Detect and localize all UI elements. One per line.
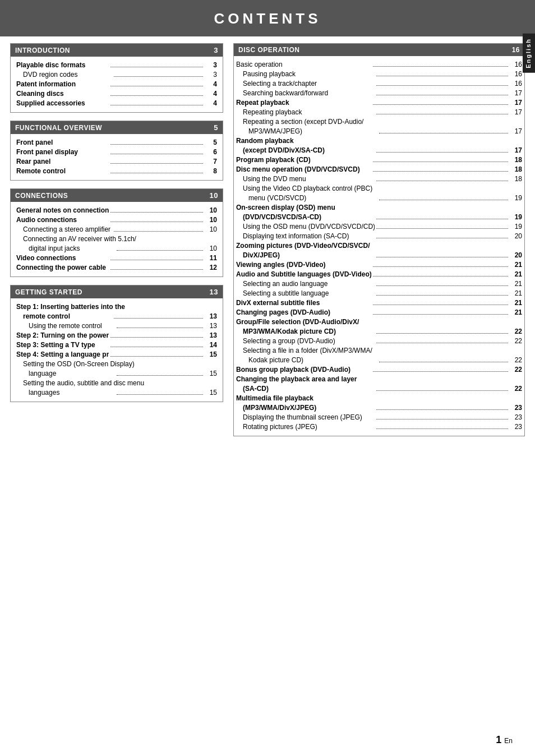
toc-entry: Selecting a track/chapter16 — [236, 79, 522, 88]
toc-page: 3 — [205, 71, 217, 79]
toc-page: 15 — [205, 351, 217, 358]
toc-dots — [110, 337, 203, 338]
toc-dots — [376, 85, 508, 86]
toc-entry: digital input jacks10 — [16, 243, 217, 253]
toc-label: DivX external subtitle files — [236, 299, 371, 307]
toc-entry: Step 4: Setting a language preference15 — [16, 349, 217, 359]
toc-label: MP3/WMA/JPEG) — [236, 127, 377, 135]
toc-dots — [373, 314, 508, 315]
toc-label: Supplied accessories — [16, 99, 109, 107]
toc-entry: Pausing playback16 — [236, 69, 522, 79]
right-section-body: Basic operation16Pausing playback16Selec… — [234, 56, 524, 436]
toc-label: Selecting a group (DVD-Audio) — [236, 337, 375, 345]
toc-label: Using the Video CD playback control (PBC… — [236, 185, 522, 192]
toc-dots — [376, 238, 508, 238]
toc-dots — [110, 347, 203, 347]
toc-page: 17 — [510, 127, 522, 135]
section-block-functional: FUNCTIONAL OVERVIEW5Front panel5Front pa… — [10, 121, 223, 181]
toc-entry: Selecting a group (DVD-Audio)22 — [236, 336, 522, 345]
toc-page: 21 — [510, 280, 522, 288]
toc-entry: remote control13 — [16, 311, 217, 321]
toc-entry: Connecting an AV receiver with 5.1ch/ — [16, 234, 217, 243]
toc-page: 16 — [510, 61, 522, 68]
toc-dots — [376, 181, 508, 181]
toc-page: 15 — [205, 389, 217, 397]
toc-dots — [110, 173, 203, 173]
toc-label: Using the OSD menu (DVD/VCD/SVCD/CD) — [236, 223, 375, 231]
toc-dots — [376, 419, 508, 420]
toc-entry: MP3/WMA/JPEG)17 — [236, 126, 522, 136]
toc-label: Group/File selection (DVD-Audio/DivX/ — [236, 318, 522, 326]
toc-dots — [114, 76, 203, 77]
toc-entry: Front panel5 — [16, 137, 217, 147]
toc-entry: Selecting a file in a folder (DivX/MP3/W… — [236, 345, 522, 355]
section-body: Step 1: Inserting batteries into theremo… — [11, 298, 223, 402]
toc-entry: Random playback — [236, 136, 522, 145]
toc-dots — [376, 390, 508, 391]
toc-label: Viewing angles (DVD-Video) — [236, 261, 371, 269]
toc-label: Audio connections — [16, 216, 109, 224]
toc-dots — [373, 266, 508, 267]
toc-label: Connecting a stereo amplifier — [16, 225, 112, 233]
toc-page: 10 — [205, 206, 217, 214]
toc-dots — [110, 67, 203, 67]
toc-entry: Rotating pictures (JPEG)23 — [236, 422, 522, 431]
toc-dots — [110, 105, 203, 105]
toc-page: 21 — [510, 289, 522, 297]
toc-dots — [117, 328, 203, 328]
toc-label: (except DVD/DivX/SA-CD) — [236, 146, 375, 154]
toc-entry: Using the Video CD playback control (PBC… — [236, 183, 522, 193]
toc-page: 17 — [510, 108, 522, 116]
toc-entry: Using the DVD menu18 — [236, 174, 522, 183]
toc-page: 22 — [510, 366, 522, 374]
toc-entry: Repeat playback17 — [236, 98, 522, 107]
toc-page: 22 — [510, 385, 522, 393]
toc-entry: Zooming pictures (DVD-Video/VCD/SVCD/ — [236, 241, 522, 250]
toc-label: Rotating pictures (JPEG) — [236, 423, 375, 431]
toc-entry: Group/File selection (DVD-Audio/DivX/ — [236, 317, 522, 326]
toc-page: 18 — [510, 175, 522, 183]
page-footer: 1 En — [496, 734, 513, 746]
toc-page: 23 — [510, 413, 522, 421]
toc-entry: Searching backward/forward17 — [236, 88, 522, 98]
toc-label: Selecting a file in a folder (DivX/MP3/W… — [236, 347, 522, 354]
toc-page: 10 — [205, 216, 217, 224]
toc-label: Searching backward/forward — [236, 89, 375, 97]
toc-label: Connecting an AV receiver with 5.1ch/ — [16, 235, 217, 243]
toc-label: Program playback (CD) — [236, 156, 371, 164]
toc-dots — [376, 76, 508, 76]
toc-dots — [376, 409, 508, 410]
toc-label: Using the DVD menu — [236, 175, 375, 183]
toc-dots — [110, 260, 203, 260]
section-header-label: CONNECTIONS — [15, 192, 68, 200]
toc-entry: (MP3/WMA/DivX/JPEG)23 — [236, 403, 522, 412]
toc-entry: Playable disc formats3 — [16, 60, 217, 70]
toc-label: Changing the playback area and layer — [236, 375, 522, 383]
toc-dots — [376, 343, 508, 343]
toc-dots — [110, 144, 203, 145]
toc-label: On-screen display (OSD) menu — [236, 204, 522, 211]
toc-page: 13 — [205, 322, 217, 330]
toc-entry: Basic operation16 — [236, 59, 522, 69]
toc-page: 17 — [510, 146, 522, 154]
toc-dots — [376, 295, 508, 296]
toc-label: DVD region codes — [16, 71, 112, 79]
toc-page: 6 — [205, 148, 217, 156]
toc-entry: Selecting an audio language21 — [236, 279, 522, 288]
toc-page: 8 — [205, 167, 217, 175]
toc-label: Playable disc formats — [16, 61, 109, 69]
toc-page: 22 — [510, 356, 522, 364]
toc-entry: MP3/WMA/Kodak picture CD)22 — [236, 326, 522, 336]
toc-dots — [376, 152, 508, 153]
toc-entry: General notes on connections10 — [16, 205, 217, 215]
toc-entry: Patent information4 — [16, 79, 217, 89]
section-header-num: 3 — [214, 46, 218, 54]
toc-label: Remote control — [16, 167, 109, 175]
toc-page: 11 — [205, 254, 217, 262]
content-area: INTRODUCTION3Playable disc formats3DVD r… — [0, 36, 535, 443]
toc-label: Cleaning discs — [16, 90, 109, 98]
toc-dots — [110, 154, 203, 154]
toc-dots — [376, 428, 508, 429]
toc-entry: Audio connections10 — [16, 215, 217, 224]
right-section-header: DISC OPERATION16 — [234, 44, 524, 56]
